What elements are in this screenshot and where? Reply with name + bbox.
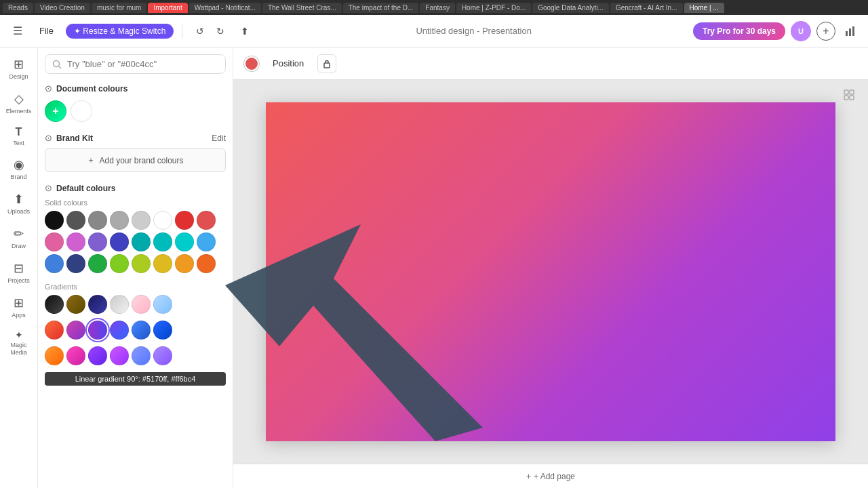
sidebar-item-apps[interactable]: ⊞ Apps [4,291,34,323]
tab-wattpad[interactable]: Wattpad - Notificat... [189,3,261,13]
color-blue[interactable] [45,254,64,273]
color-yellowgreen[interactable] [132,254,151,273]
design-icon: ⊞ [14,57,24,72]
gradient-purple-selected[interactable] [88,321,107,340]
color-skyblue[interactable] [197,232,216,251]
tab-music[interactable]: music for mum [92,3,147,13]
tab-video[interactable]: Video Creation [35,3,90,13]
color-darkblue[interactable] [110,232,129,251]
edit-brand-kit-link[interactable]: Edit [212,134,226,143]
color-amber[interactable] [175,254,194,273]
color-black[interactable] [45,211,64,230]
try-pro-button[interactable]: Try Pro for 30 days [693,22,785,40]
color-search-bar[interactable] [45,54,226,74]
doc-color-1[interactable]: + [45,100,66,122]
divider-1 [182,24,182,38]
lock-button[interactable] [317,54,336,73]
tab-reads[interactable]: Reads [3,3,33,13]
gradient-lavender[interactable] [153,346,172,365]
gradient-navy[interactable] [88,295,107,314]
add-collaborator-button[interactable]: + [816,22,835,41]
color-teal[interactable] [132,232,151,251]
gradient-purple2[interactable] [88,346,107,365]
position-tab[interactable]: Position [267,56,309,71]
tab-gencraft[interactable]: Gencraft - AI Art In... [610,3,683,13]
color-orange[interactable] [197,254,216,273]
color-purple[interactable] [88,232,107,251]
sidebar-item-elements[interactable]: ◇ Elements [4,87,34,119]
tab-impact[interactable]: The impact of the D... [343,3,419,13]
color-magenta[interactable] [66,232,85,251]
gradient-pink-purple[interactable] [66,321,85,340]
tab-google[interactable]: Google Data Analyti... [532,3,609,13]
color-red[interactable] [175,211,194,230]
tab-wsj[interactable]: The Wall Street Cras... [262,3,342,13]
gradients-row-2 [45,321,226,340]
resize-magic-switch-button[interactable]: ✦ Resize & Magic Switch [66,24,174,39]
color-hotpink[interactable] [45,232,64,251]
avatar[interactable]: U [791,21,811,41]
gradient-periwinkle[interactable] [132,346,151,365]
gradient-blue-dark[interactable] [132,321,151,340]
projects-icon: ⊟ [14,261,24,276]
tab-fantasy[interactable]: Fantasy [420,3,455,13]
doc-color-2[interactable] [71,100,92,122]
tab-home-active[interactable]: Home | ... [684,3,724,13]
uploads-icon: ⬆ [14,192,24,207]
gradient-violet-blue[interactable] [110,321,129,340]
gradient-dark[interactable] [45,295,64,314]
analytics-button[interactable] [841,22,860,41]
gradient-deepblue[interactable] [153,321,172,340]
gradient-gold[interactable] [66,295,85,314]
color-cyan[interactable] [153,232,172,251]
file-button[interactable]: File [33,23,60,39]
redo-button[interactable]: ↻ [211,22,230,41]
svg-rect-1 [849,28,851,36]
undo-button[interactable]: ↺ [191,22,210,41]
gradient-blue-light[interactable] [153,295,172,314]
color-coral[interactable] [197,211,216,230]
gradient-orange2[interactable] [45,346,64,365]
sidebar-item-brand[interactable]: ◉ Brand [4,153,34,185]
svg-rect-5 [324,63,330,68]
color-lightgrey[interactable] [110,211,129,230]
sidebar-item-design[interactable]: ⊞ Design [4,53,34,85]
elements-icon: ◇ [14,92,24,106]
sidebar-item-draw[interactable]: ✏ Draw [4,222,34,254]
color-midgrey[interactable] [88,211,107,230]
solid-colours-grid [45,211,226,273]
color-search-input[interactable] [67,59,218,69]
tab-important[interactable]: Important [148,3,187,13]
gradient-pink-light[interactable] [132,295,151,314]
share-button[interactable]: ⬆ [235,22,254,41]
canvas-color-indicator[interactable] [244,56,259,71]
brand-kit-icon: ⊙ [45,133,52,143]
gradient-lilac[interactable] [110,346,129,365]
color-silver[interactable] [132,211,151,230]
color-lime[interactable] [110,254,129,273]
gradient-silver[interactable] [110,295,129,314]
sidebar-item-magic-media[interactable]: ✦ Magic Media [4,325,34,361]
color-darkgrey[interactable] [66,211,85,230]
color-navyblue[interactable] [66,254,85,273]
arrow-shape[interactable] [225,224,496,441]
add-page-button[interactable]: + + Add page [526,472,575,481]
color-white[interactable] [153,211,172,230]
menu-button[interactable]: ☰ [8,22,27,41]
svg-rect-0 [846,31,848,36]
add-brand-colours-button[interactable]: ＋ Add your brand colours [45,148,226,172]
sidebar-item-text[interactable]: T Text [4,122,34,151]
sidebar-item-uploads[interactable]: ⬆ Uploads [4,188,34,220]
canvas-toolbar: Position [233,47,868,80]
document-colours-icon: ⊙ [45,83,52,94]
color-green[interactable] [88,254,107,273]
default-colours-label: Default colours [56,184,115,193]
canvas-corner-icon [841,87,857,103]
tab-zpdf[interactable]: Home | Z-PDF - Do... [456,3,531,13]
color-yellow[interactable] [153,254,172,273]
sidebar-item-projects[interactable]: ⊟ Projects [4,257,34,289]
gradient-red-orange[interactable] [45,321,64,340]
gradient-row-3-container: Linear gradient 90°: #5170ff, #ff6bc4 [45,346,226,386]
color-lightcyan[interactable] [175,232,194,251]
gradient-pink2[interactable] [66,346,85,365]
